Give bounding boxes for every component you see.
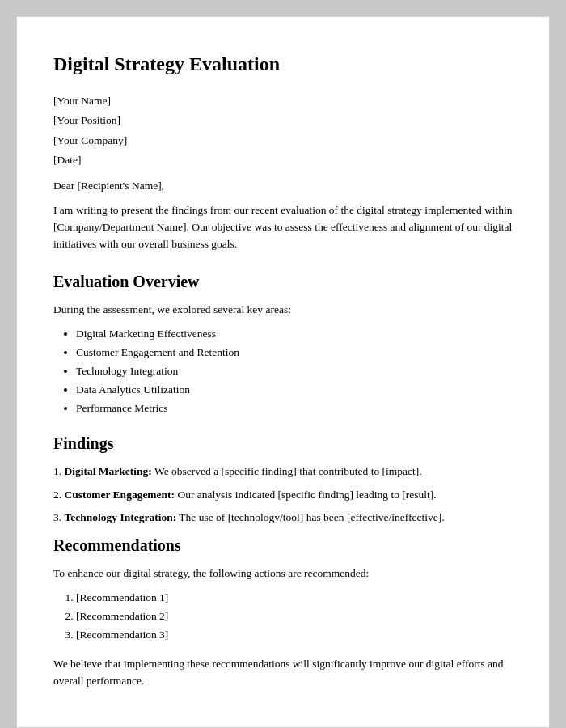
document-title: Digital Strategy Evaluation: [53, 49, 513, 78]
finding-item-3: 3. Technology Integration: The use of [t…: [53, 510, 513, 527]
finding-label-3: Technology Integration:: [65, 511, 177, 523]
list-item: Customer Engagement and Retention: [76, 344, 513, 362]
meta-position: [Your Position]: [53, 112, 513, 129]
meta-company: [Your Company]: [53, 133, 513, 149]
evaluation-overview-heading: Evaluation Overview: [53, 269, 513, 294]
list-item: [Recommendation 1]: [76, 589, 513, 607]
meta-name: [Your Name]: [53, 93, 513, 109]
intro-paragraph: I am writing to present the findings fro…: [53, 202, 513, 253]
finding-number-2: 2.: [53, 489, 61, 501]
finding-number-1: 1.: [53, 465, 61, 477]
finding-text-2: Our analysis indicated [specific finding…: [175, 489, 437, 501]
list-item: Performance Metrics: [76, 400, 513, 418]
closing-paragraph: We believe that implementing these recom…: [53, 656, 513, 690]
greeting: Dear [Recipient's Name],: [53, 178, 513, 194]
evaluation-areas-list: Digital Marketing Effectiveness Customer…: [76, 325, 513, 418]
document: Digital Strategy Evaluation [Your Name] …: [16, 16, 550, 728]
evaluation-overview-section: Evaluation Overview During the assessmen…: [53, 269, 513, 418]
list-item: [Recommendation 2]: [76, 607, 513, 626]
finding-label-1: Digital Marketing:: [65, 465, 152, 477]
list-item: Data Analytics Utilization: [76, 381, 513, 400]
evaluation-overview-intro: During the assessment, we explored sever…: [53, 302, 513, 319]
finding-item-1: 1. Digital Marketing: We observed a [spe…: [53, 463, 513, 480]
finding-text-3: The use of [technology/tool] has been [e…: [176, 511, 444, 523]
meta-date: [Date]: [53, 152, 513, 168]
recommendations-intro: To enhance our digital strategy, the fol…: [53, 565, 513, 582]
list-item: [Recommendation 3]: [76, 626, 513, 645]
finding-label-2: Customer Engagement:: [65, 489, 175, 501]
findings-heading: Findings: [53, 431, 513, 455]
finding-item-2: 2. Customer Engagement: Our analysis ind…: [53, 487, 513, 504]
recommendations-section: Recommendations To enhance our digital s…: [53, 533, 513, 690]
recommendations-heading: Recommendations: [53, 533, 513, 557]
list-item: Digital Marketing Effectiveness: [76, 325, 513, 344]
findings-section: Findings 1. Digital Marketing: We observ…: [53, 431, 513, 527]
list-item: Technology Integration: [76, 362, 513, 381]
finding-text-1: We observed a [specific finding] that co…: [152, 465, 422, 477]
recommendations-list: [Recommendation 1] [Recommendation 2] [R…: [76, 589, 513, 645]
finding-number-3: 3.: [53, 511, 61, 523]
